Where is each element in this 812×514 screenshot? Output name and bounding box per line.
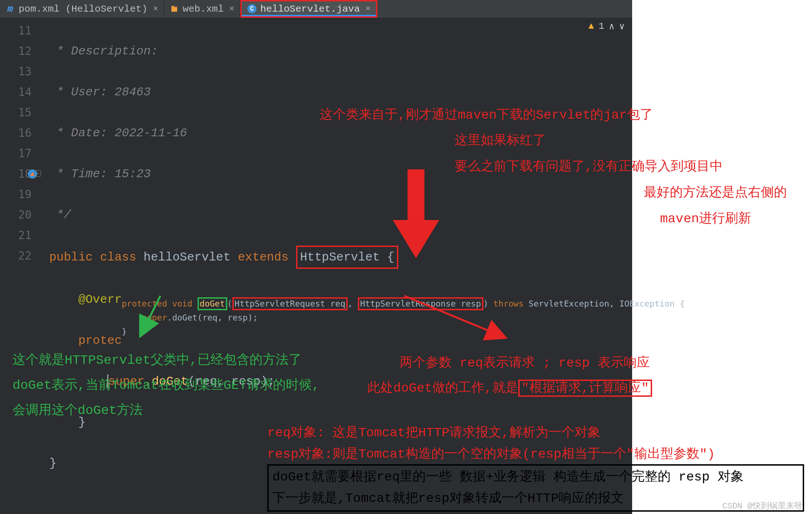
- chevron-down-icon[interactable]: ∨: [619, 20, 625, 32]
- tab-label: helloServlet.java: [260, 4, 360, 14]
- method-signature-hint: protected void doGet(HttpServletRequest …: [122, 281, 628, 356]
- line-number: 22: [0, 246, 42, 266]
- anno-params: 两个参数 req表示请求 ; resp 表示响应: [400, 353, 650, 374]
- close-icon[interactable]: ×: [229, 4, 234, 13]
- xml-icon: [170, 4, 179, 13]
- tab-label: pom.xml (HelloServlet): [19, 4, 147, 14]
- code-comment: * Time: 15:23: [49, 167, 151, 181]
- anno-green-1: 这个就是HTTPServlet父类中,已经包含的方法了: [13, 350, 302, 371]
- kw-class: class: [100, 250, 144, 264]
- line-number: 20: [0, 205, 42, 225]
- tab-helloservlet-java[interactable]: C helloServlet.java ×: [240, 0, 377, 18]
- anno-resp-obj: resp对象:则是Tomcat构造的一个空的对象(resp相当于一个"输出型参数…: [267, 444, 715, 465]
- line-number: 14: [0, 82, 42, 102]
- line-number: 17: [0, 143, 42, 164]
- highlighted-phrase: "根据请求,计算响应": [518, 380, 652, 397]
- line-number: 21: [0, 225, 42, 246]
- editor-tab-bar: m pom.xml (HelloServlet) × web.xml × C h…: [0, 0, 632, 18]
- anno-refresh-b: maven进行刷新: [660, 208, 751, 230]
- watermark: CSDN @快到锅里来呀: [722, 500, 803, 511]
- line-number: 15: [0, 102, 42, 123]
- line-number: 12: [0, 41, 42, 61]
- line-number: 18 −: [0, 164, 42, 184]
- kw-extends: extends: [238, 250, 296, 264]
- code-comment: * Date: 2022-11-16: [49, 126, 187, 140]
- fold-icon[interactable]: −: [34, 170, 41, 177]
- line-number: 19: [0, 184, 42, 205]
- anno-download-issue: 要么之前下载有问题了,没有正确导入到项目中: [455, 156, 723, 178]
- line-number: 13: [0, 61, 42, 82]
- kw-public: public: [49, 250, 100, 264]
- anno-green-2: doGet表示,当前Tomcat在收到某些GET请求的时候,: [13, 375, 320, 396]
- close-icon[interactable]: ×: [365, 4, 370, 13]
- tab-web-xml[interactable]: web.xml ×: [164, 0, 240, 18]
- code-comment: * Description:: [49, 44, 158, 58]
- java-class-icon: C: [247, 4, 257, 13]
- anno-req-obj: req对象: 这是Tomcat把HTTP请求报文,解析为一个对象: [267, 422, 601, 444]
- anno-maven-origin: 这个类来自于,刚才通过maven下载的Servlet的jar包了: [320, 105, 653, 126]
- param-req-highlight: HttpServletRequest req: [232, 297, 348, 310]
- class-name: helloServlet: [144, 250, 238, 264]
- line-number: 16: [0, 123, 42, 143]
- httpservlet-highlight: HttpServlet {: [296, 246, 399, 269]
- anno-refresh-a: 最好的方法还是点右侧的: [644, 182, 787, 204]
- warning-icon: ▲: [588, 21, 594, 32]
- warning-count: 1: [599, 21, 604, 32]
- brace-close: }: [49, 456, 57, 470]
- line-number: 11: [0, 20, 42, 41]
- param-resp-highlight: HttpServletResponse resp: [358, 297, 483, 310]
- doget-highlight: doGet: [198, 297, 227, 310]
- anno-red-warning: 这里如果标红了: [455, 130, 546, 152]
- tab-pom-xml[interactable]: m pom.xml (HelloServlet) ×: [0, 0, 164, 18]
- tab-label: web.xml: [183, 4, 224, 14]
- anno-doget-work: 此处doGet做的工作,就是"根据请求,计算响应": [367, 378, 652, 399]
- close-icon[interactable]: ×: [153, 4, 158, 13]
- inspection-summary[interactable]: ▲ 1 ∧ ∨: [588, 20, 625, 32]
- chevron-up-icon[interactable]: ∧: [609, 20, 614, 32]
- maven-icon: m: [6, 4, 15, 13]
- anno-green-3: 会调用这个doGet方法: [13, 400, 143, 421]
- code-comment: */: [49, 208, 71, 222]
- code-comment: * User: 28463: [49, 85, 151, 99]
- line-number-gutter: 11 12 13 14 15 16 17 18 − 19 20 21 22: [0, 18, 42, 514]
